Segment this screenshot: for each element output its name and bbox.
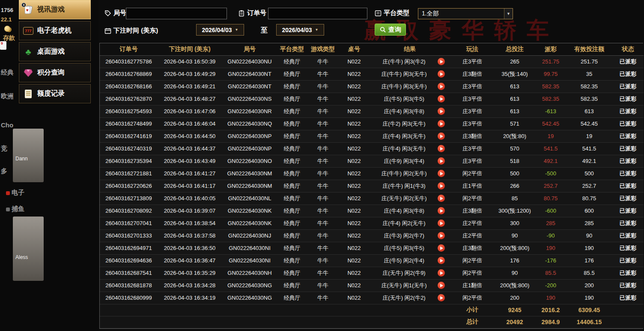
cell-total-bet: 518 [494,155,535,167]
cell-table-no: N022 [339,279,369,292]
cell-total-bet: 176 [494,254,535,267]
svg-text:♥: ♥ [26,8,29,12]
replay-button[interactable] [438,70,445,78]
replay-button[interactable] [438,120,445,127]
replay-button[interactable] [438,232,445,239]
cell-result: 庄(牛牛) 闲3(牛2) [369,55,450,68]
result-text: 庄(牛牛) 闲3(无牛) [370,70,438,78]
table-row: 260403162754593 2026-04-03 16:47:06 GN02… [100,105,644,117]
cell-platform: 经典厅 [277,130,307,142]
replay-button[interactable] [438,157,445,165]
cell-result: 庄(牛4) 闲3(无牛) [369,142,450,155]
cell-platform: 经典厅 [277,155,307,167]
lobby-nav-electronic[interactable]: 电子 [12,189,24,196]
cell-result: 庄(牛2) 闲3(无牛) [369,117,450,130]
cell-order-no: 260403162694971 [100,242,158,254]
replay-button[interactable] [438,220,445,227]
cell-platform: 经典厅 [277,279,307,292]
dealer-photo[interactable]: Dann [13,129,44,182]
status-badge: 已派彩 [612,117,644,130]
status-badge: 已派彩 [612,142,644,155]
cell-total-bet: 266 [494,180,535,192]
cell-game-no: GN022264030NQ [222,117,277,130]
cell-game-no: GN022264030NG [222,292,277,304]
cell-game-no: GN022264030NM [222,180,277,192]
replay-button[interactable] [438,207,445,214]
sidebar-item-slots[interactable]: 777 电子老虎机 [19,21,91,40]
replay-button[interactable] [438,170,445,177]
cell-game-type: 牛牛 [307,254,339,267]
table-row: 260403162741619 2026-04-03 16:44:50 GN02… [100,130,644,142]
replay-button[interactable] [438,269,445,277]
lobby-nav-duo[interactable]: 多 [1,167,7,175]
club-suit-icon: ♣ [23,46,34,57]
cell-result: 庄(牛3) 闲2(牛7) [369,229,450,242]
result-text: 庄(无牛) 闲2(牛2) [370,294,438,302]
replay-button[interactable] [438,282,445,289]
sidebar-item-live-games[interactable]: ♥ 9 视讯游戏 [19,0,91,19]
replay-button[interactable] [438,95,445,102]
cell-total-bet: 571 [494,117,535,130]
cell-platform: 经典厅 [277,80,307,93]
cell-table-no: N022 [339,192,369,205]
replay-button[interactable] [438,294,445,301]
cell-order-no: 260403162768869 [100,68,158,80]
cell-payout: -200 [535,279,566,292]
cell-result: 庄(牛牛) 闲1(牛3) [369,180,450,192]
cell-play-method: 庄2平倍 [450,229,494,242]
lobby-nav-classic[interactable]: 经典 [1,69,14,77]
replay-button[interactable] [438,195,445,202]
cell-payout: 190 [535,242,566,254]
replay-button[interactable] [438,145,445,152]
cell-valid-bet: 190 [566,292,612,304]
sidebar-item-quota-records[interactable]: 额度记录 [19,84,91,103]
cell-payout: 285 [535,217,566,229]
status-badge: 已派彩 [612,105,644,117]
platform-select[interactable]: 1.全部 ▼ [418,8,513,19]
replay-button[interactable] [438,132,445,140]
cell-valid-bet: 600 [566,205,612,217]
query-button[interactable]: 查询 [375,24,406,36]
cell-valid-bet: 90 [566,229,612,242]
column-header: 平台类型 [277,43,307,55]
cell-game-no: GN022264030NO [222,155,277,167]
column-header: 玩法 [450,43,494,55]
result-text: 庄(牛5) 闲2(牛4) [370,257,438,265]
replay-button[interactable] [438,244,445,252]
cell-game-type: 牛牛 [307,130,339,142]
replay-button[interactable] [438,182,445,190]
cell-table-no: N022 [339,267,369,279]
result-text: 庄(牛9) 闲3(牛4) [370,157,438,165]
subtotal-label: 小计 [450,304,494,316]
sidebar-item-label: 电子老虎机 [37,26,72,35]
game-no-input[interactable] [126,8,227,19]
sidebar-item-table-games[interactable]: ♣ 桌面游戏 [19,42,91,61]
cell-play-method: 庄3平倍 [450,105,494,117]
date-from-picker[interactable]: 2026/04/03▼ [196,24,244,36]
replay-button[interactable] [438,257,445,264]
status-badge: 已派彩 [612,80,644,93]
date-to-picker[interactable]: 2026/04/03▼ [276,24,324,36]
lobby-nav-europe[interactable]: 欧洲 [1,92,14,100]
cell-payout: 251.75 [535,55,566,68]
cell-order-no: 260403162768166 [100,80,158,93]
cell-play-method: 庄3平倍 [450,80,494,93]
sidebar-item-points-query[interactable]: 积分查询 [19,63,91,82]
replay-button[interactable] [438,83,445,90]
header-row: 订单号下注时间 (美东)局号平台类型游戏类型桌号结果玩法总投注派彩有效投注额状态 [100,43,644,55]
dealer-photo[interactable]: Aless [13,217,44,281]
lobby-nav-cho[interactable]: Cho [1,121,13,129]
cell-bet-time: 2026-04-03 16:43:49 [158,155,222,167]
cell-order-no: 260403162707041 [100,217,158,229]
cell-payout: 582.35 [535,80,566,93]
replay-button[interactable] [438,58,445,65]
status-badge: 已派彩 [612,130,644,142]
status-badge: 已派彩 [612,254,644,267]
replay-button[interactable] [438,108,445,115]
lobby-nav-fishing[interactable]: 捕鱼 [12,205,24,212]
diamond-gem-icon [23,67,34,78]
lobby-nav-jing[interactable]: 竞 [1,144,7,153]
total-row: 总计 20492 2984.9 14406.15 [100,316,644,328]
order-no-input[interactable] [268,8,367,19]
cell-play-method: 庄3翻倍 [450,205,494,217]
